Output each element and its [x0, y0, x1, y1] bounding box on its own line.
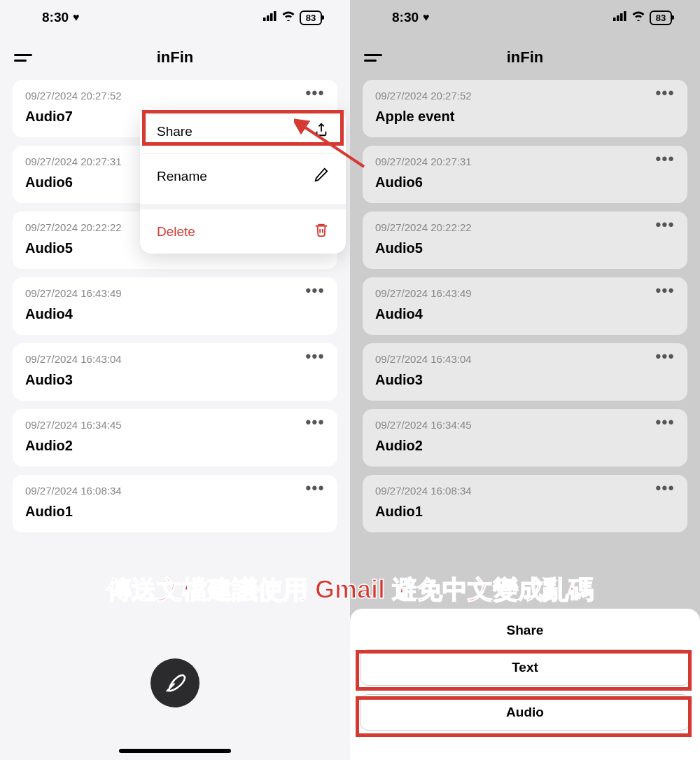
item-date: 09/27/2024 16:34:45 [25, 419, 325, 431]
share-text-button[interactable]: Text [360, 649, 690, 686]
more-icon[interactable]: ••• [655, 90, 675, 97]
heart-icon: ♥ [73, 11, 80, 24]
item-title: Audio3 [25, 372, 325, 388]
share-sheet: Share Text Audio [350, 609, 700, 760]
audio-list-right: 09/27/2024 20:27:52 Apple event ••• 09/2… [350, 80, 700, 532]
status-bar: 8:30 ♥ 83 [0, 0, 350, 35]
item-date: 09/27/2024 20:27:52 [25, 90, 325, 102]
list-item[interactable]: 09/27/2024 16:43:04 Audio3 ••• [363, 343, 687, 401]
item-title: Audio2 [25, 438, 325, 454]
list-item[interactable]: 09/27/2024 16:43:49 Audio4 ••• [13, 277, 337, 335]
item-title: Apple event [375, 109, 675, 125]
context-menu: Share Rename Delete [140, 109, 346, 254]
signal-icon [613, 11, 627, 25]
status-right: 83 [263, 11, 322, 25]
item-date: 09/27/2024 20:27:52 [375, 90, 675, 102]
trash-icon [314, 222, 329, 241]
item-title: Audio3 [375, 372, 675, 388]
list-item[interactable]: 09/27/2024 16:34:45 Audio2 ••• [363, 409, 687, 467]
item-title: Audio4 [375, 306, 675, 322]
list-item[interactable]: 09/27/2024 16:43:49 Audio4 ••• [363, 277, 687, 335]
phone-left: 8:30 ♥ 83 inFin 09/27/2024 20:27:52 Audi… [0, 0, 350, 760]
item-date: 09/27/2024 20:27:31 [375, 156, 675, 167]
phone-right: 8:30 ♥ 83 inFin 09/27/2024 20:27:52 Appl… [350, 0, 700, 760]
rename-label: Rename [157, 169, 207, 184]
status-time: 8:30 [42, 10, 69, 25]
more-icon[interactable]: ••• [305, 353, 325, 360]
more-icon[interactable]: ••• [655, 287, 675, 294]
pencil-icon [314, 167, 329, 186]
home-indicator[interactable] [119, 749, 231, 753]
more-icon[interactable]: ••• [655, 485, 675, 492]
item-date: 09/27/2024 16:43:49 [25, 287, 325, 299]
more-icon[interactable]: ••• [305, 485, 325, 492]
list-item[interactable]: 09/27/2024 20:27:52 Apple event ••• [363, 80, 687, 137]
more-icon[interactable]: ••• [305, 419, 325, 426]
item-title: Audio2 [375, 438, 675, 454]
item-date: 09/27/2024 20:22:22 [375, 221, 675, 233]
share-icon [314, 122, 329, 141]
svg-rect-1 [267, 15, 270, 21]
nav-header: inFin [350, 35, 700, 80]
list-item[interactable]: 09/27/2024 20:27:31 Audio6 ••• [363, 146, 687, 203]
svg-rect-5 [617, 15, 620, 21]
status-left: 8:30 ♥ [42, 10, 80, 25]
more-icon[interactable]: ••• [655, 353, 675, 360]
svg-rect-2 [270, 13, 273, 21]
item-date: 09/27/2024 16:43:04 [375, 353, 675, 365]
delete-label: Delete [157, 224, 195, 240]
signal-icon [263, 11, 277, 25]
share-label: Share [157, 124, 192, 139]
rename-menu-item[interactable]: Rename [140, 153, 346, 198]
status-bar: 8:30 ♥ 83 [350, 0, 700, 35]
item-date: 09/27/2024 16:34:45 [375, 419, 675, 431]
nav-header: inFin [0, 35, 350, 80]
item-date: 09/27/2024 16:43:49 [375, 287, 675, 299]
svg-rect-6 [620, 13, 623, 21]
item-title: Audio5 [375, 240, 675, 256]
more-icon[interactable]: ••• [655, 221, 675, 228]
list-item[interactable]: 09/27/2024 20:22:22 Audio5 ••• [363, 212, 687, 269]
svg-rect-4 [613, 18, 616, 21]
record-button[interactable] [150, 658, 200, 707]
item-title: Audio1 [25, 504, 325, 520]
more-icon[interactable]: ••• [305, 287, 325, 294]
feather-icon [163, 671, 187, 695]
share-sheet-title: Share [360, 623, 690, 638]
list-item[interactable]: 09/27/2024 16:08:34 Audio1 ••• [13, 475, 337, 532]
item-date: 09/27/2024 16:43:04 [25, 353, 325, 365]
wifi-icon [631, 11, 645, 25]
status-left: 8:30 ♥ [392, 10, 430, 25]
list-item[interactable]: 09/27/2024 16:34:45 Audio2 ••• [13, 409, 337, 467]
battery-icon: 83 [300, 11, 322, 25]
item-title: Audio6 [375, 174, 675, 191]
menu-icon[interactable] [14, 54, 32, 62]
app-title: inFin [157, 48, 194, 67]
wifi-icon [281, 11, 295, 25]
status-right: 83 [613, 11, 672, 25]
svg-rect-3 [274, 11, 276, 21]
svg-rect-0 [263, 18, 266, 21]
list-item[interactable]: 09/27/2024 16:08:34 Audio1 ••• [363, 475, 687, 532]
item-date: 09/27/2024 16:08:34 [25, 485, 325, 497]
heart-icon: ♥ [423, 11, 430, 24]
item-title: Audio4 [25, 306, 325, 322]
more-icon[interactable]: ••• [305, 90, 325, 97]
item-title: Audio1 [375, 504, 675, 520]
item-date: 09/27/2024 16:08:34 [375, 485, 675, 497]
list-item[interactable]: 09/27/2024 16:43:04 Audio3 ••• [13, 343, 337, 401]
delete-menu-item[interactable]: Delete [140, 204, 346, 254]
status-time: 8:30 [392, 10, 419, 25]
menu-icon[interactable] [364, 54, 382, 62]
share-audio-button[interactable]: Audio [360, 694, 690, 731]
more-icon[interactable]: ••• [655, 419, 675, 426]
share-menu-item[interactable]: Share [140, 109, 346, 153]
app-title: inFin [507, 48, 544, 67]
more-icon[interactable]: ••• [655, 156, 675, 163]
svg-rect-7 [624, 11, 626, 21]
battery-icon: 83 [650, 11, 672, 25]
